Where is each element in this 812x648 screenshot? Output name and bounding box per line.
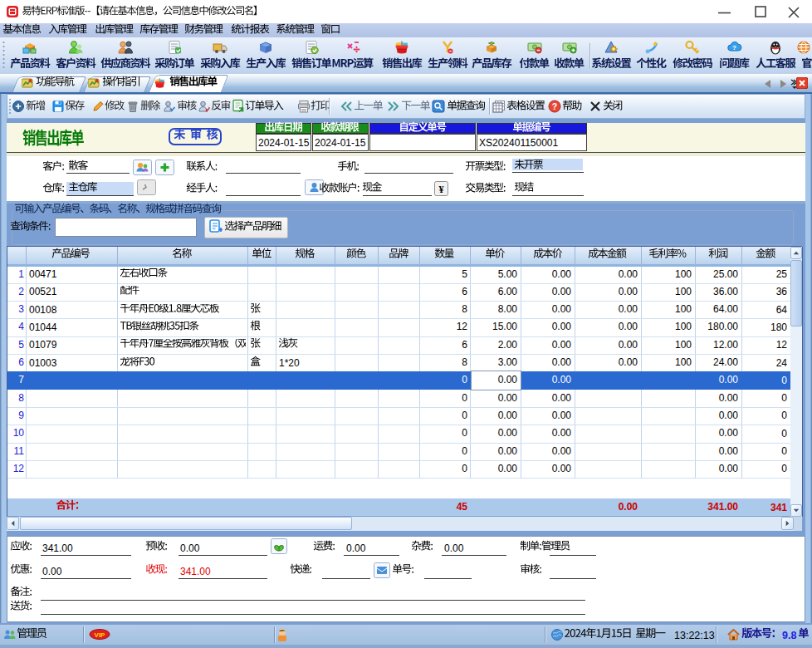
svg-text:?: ?: [732, 44, 736, 52]
svg-text:¥: ¥: [439, 184, 444, 195]
svg-text:VIP: VIP: [95, 631, 106, 639]
svg-text:?: ?: [552, 101, 557, 111]
